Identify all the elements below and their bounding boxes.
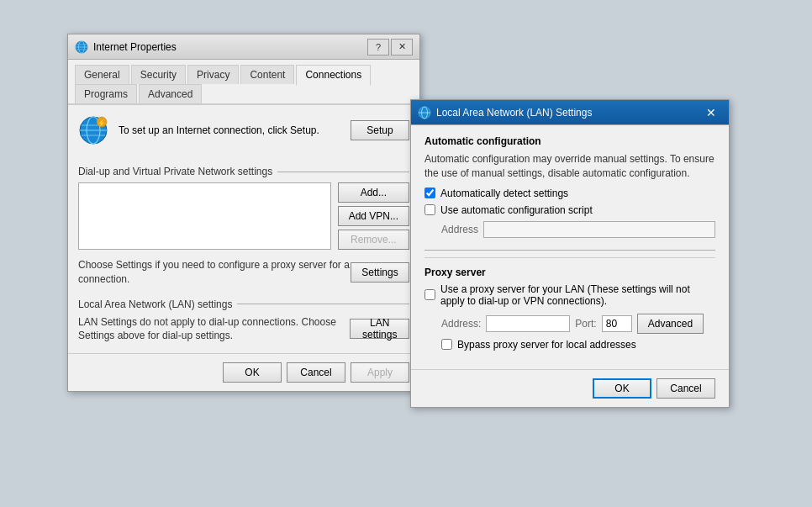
lan-header: Local Area Network (LAN) settings <box>78 298 409 310</box>
lan-row: LAN Settings do not apply to dial-up con… <box>78 315 409 344</box>
proxy-address-input[interactable] <box>486 315 570 332</box>
add-vpn-button[interactable]: Add VPN... <box>338 206 409 226</box>
separator <box>424 250 715 251</box>
internet-props-icon <box>75 40 88 54</box>
setup-button[interactable]: Setup <box>351 120 409 140</box>
lan-settings-button[interactable]: LAN settings <box>350 319 409 339</box>
auto-config-section: Automatic configuration Automatic config… <box>424 135 715 238</box>
bypass-checkbox[interactable] <box>441 339 452 350</box>
auto-config-desc: Automatic configuration may override man… <box>424 152 715 181</box>
internet-props-title: Internet Properties <box>93 41 177 53</box>
proxy-description: Choose Settings if you need to configure… <box>78 258 351 287</box>
ok-button[interactable]: OK <box>223 362 282 383</box>
auto-detect-row: Automatically detect settings <box>424 187 715 199</box>
vpn-list-area: Add... Add VPN... Remove... <box>78 182 409 250</box>
setup-description: To set up an Internet connection, click … <box>119 124 340 138</box>
address-label: Address <box>441 224 478 235</box>
bottom-buttons: OK Cancel Apply <box>68 353 419 391</box>
use-script-label: Use automatic configuration script <box>440 204 593 216</box>
globe-icon: ⚡ <box>78 115 108 145</box>
port-input[interactable] <box>602 315 632 332</box>
auto-config-title: Automatic configuration <box>424 135 715 147</box>
vpn-buttons: Add... Add VPN... Remove... <box>338 182 409 250</box>
setup-row: ⚡ To set up an Internet connection, clic… <box>78 115 409 154</box>
proxy-address-row: Address: Port: Advanced <box>441 314 715 334</box>
vpn-list <box>78 182 331 250</box>
use-script-checkbox[interactable] <box>424 204 435 215</box>
use-proxy-row: Use a proxy server for your LAN (These s… <box>424 283 715 307</box>
apply-button[interactable]: Apply <box>351 362 409 383</box>
tab-security[interactable]: Security <box>131 65 186 84</box>
lan-description: LAN Settings do not apply to dial-up con… <box>78 315 350 344</box>
close-button[interactable]: ✕ <box>391 39 413 55</box>
auto-detect-checkbox[interactable] <box>424 187 435 198</box>
svg-text:⚡: ⚡ <box>98 119 106 127</box>
help-button[interactable]: ? <box>367 39 389 55</box>
lan-cancel-button[interactable]: Cancel <box>656 378 715 399</box>
tab-programs[interactable]: Programs <box>75 84 137 103</box>
port-label: Port: <box>575 318 596 330</box>
proxy-address-label: Address: <box>441 318 481 330</box>
proxy-server-section: Proxy server Use a proxy server for your… <box>424 257 715 351</box>
lan-dialog-titlebar: Local Area Network (LAN) Settings ✕ <box>411 100 729 125</box>
lan-dialog-title: Local Area Network (LAN) Settings <box>436 107 592 119</box>
advanced-button[interactable]: Advanced <box>637 314 704 334</box>
add-button[interactable]: Add... <box>338 182 409 203</box>
lan-ok-button[interactable]: OK <box>593 378 651 399</box>
lan-dialog-buttons: OK Cancel <box>411 369 729 407</box>
internet-properties-window: Internet Properties ? ✕ General Security… <box>67 34 420 392</box>
cancel-button[interactable]: Cancel <box>287 362 345 383</box>
tab-content[interactable]: Content <box>240 65 294 84</box>
auto-detect-label: Automatically detect settings <box>440 187 568 199</box>
lan-settings-dialog: Local Area Network (LAN) Settings ✕ Auto… <box>410 99 730 408</box>
use-proxy-checkbox[interactable] <box>424 289 435 300</box>
bypass-label: Bypass proxy server for local addresses <box>457 339 636 351</box>
dialup-header: Dial-up and Virtual Private Network sett… <box>78 166 409 177</box>
tab-general[interactable]: General <box>75 65 129 84</box>
tab-connections[interactable]: Connections <box>296 65 371 86</box>
script-address-input[interactable] <box>483 221 715 238</box>
internet-props-titlebar: Internet Properties ? ✕ <box>68 34 419 60</box>
remove-button[interactable]: Remove... <box>338 230 409 250</box>
tabs-bar: General Security Privacy Content Connect… <box>68 60 419 105</box>
proxy-settings-row: Choose Settings if you need to configure… <box>78 258 409 287</box>
settings-button[interactable]: Settings <box>351 262 409 283</box>
lan-dialog-close-button[interactable]: ✕ <box>700 104 722 121</box>
proxy-server-title: Proxy server <box>424 267 715 278</box>
bypass-row: Bypass proxy server for local addresses <box>441 339 715 351</box>
use-proxy-label: Use a proxy server for your LAN (These s… <box>440 283 715 307</box>
connections-content: ⚡ To set up an Internet connection, clic… <box>68 105 419 353</box>
lan-dialog-icon <box>418 106 431 119</box>
dialup-section: Dial-up and Virtual Private Network sett… <box>78 166 409 287</box>
script-address-row: Address <box>441 221 715 238</box>
use-script-row: Use automatic configuration script <box>424 204 715 216</box>
tab-privacy[interactable]: Privacy <box>187 65 239 84</box>
tab-advanced[interactable]: Advanced <box>139 84 202 103</box>
lan-section: Local Area Network (LAN) settings LAN Se… <box>78 298 409 344</box>
lan-dialog-content: Automatic configuration Automatic config… <box>411 125 729 361</box>
